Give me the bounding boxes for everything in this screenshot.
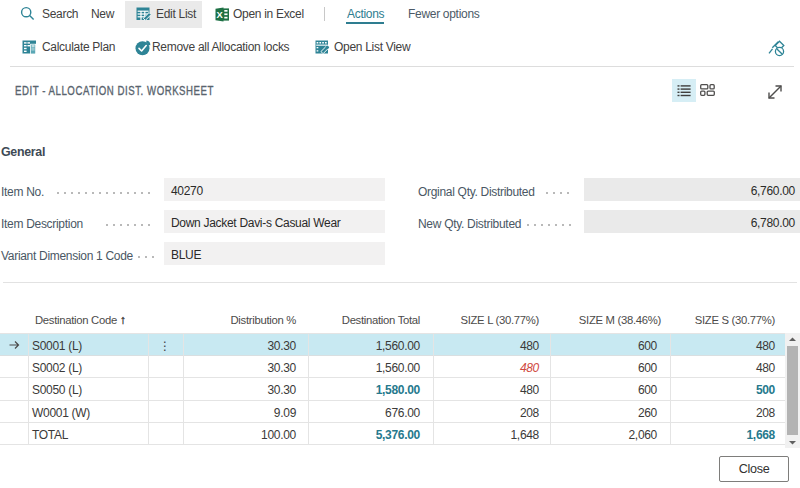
svg-text:X: X <box>217 9 224 20</box>
